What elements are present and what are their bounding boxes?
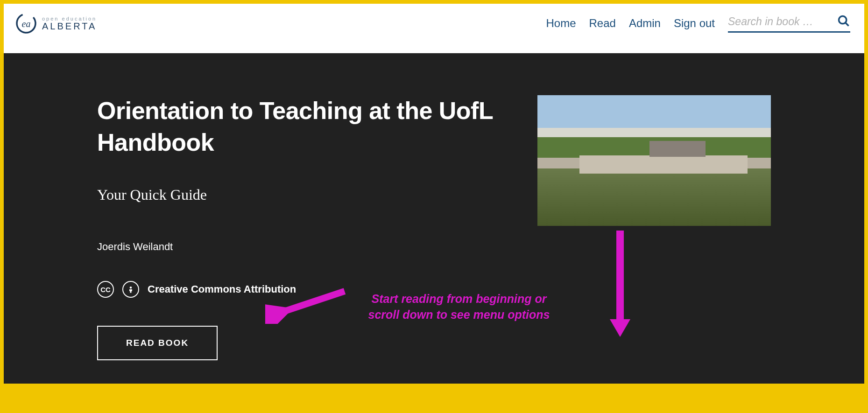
search-icon[interactable]: [837, 14, 850, 29]
search-input[interactable]: [728, 15, 831, 28]
header: ea open education ALBERTA Home Read Admi…: [4, 4, 864, 53]
nav-home[interactable]: Home: [546, 17, 576, 30]
book-subtitle: Your Quick Guide: [97, 186, 509, 203]
svg-text:ea: ea: [22, 19, 31, 29]
annotation-arrow-left-icon: [265, 287, 349, 326]
logo-title: ALBERTA: [42, 21, 97, 31]
book-title: Orientation to Teaching at the UofL Hand…: [97, 95, 509, 158]
nav-read[interactable]: Read: [589, 17, 616, 30]
nav-signout[interactable]: Sign out: [674, 17, 715, 30]
nav-admin[interactable]: Admin: [629, 17, 661, 30]
svg-line-3: [846, 22, 849, 26]
cc-icon: CC: [97, 281, 114, 298]
read-book-button[interactable]: READ BOOK: [97, 326, 218, 360]
svg-point-2: [839, 16, 847, 23]
annotation-arrow-down-icon: [606, 226, 634, 340]
book-cover-image: [537, 95, 771, 226]
search-container: [728, 14, 850, 33]
logo-icon: ea: [15, 12, 37, 35]
svg-line-5: [275, 291, 345, 315]
site-logo[interactable]: ea open education ALBERTA: [15, 12, 97, 35]
svg-point-4: [130, 287, 132, 289]
book-author: Joerdis Weilandt: [97, 241, 509, 253]
annotation-hint-text: Start reading from beginning or scroll d…: [361, 291, 557, 323]
logo-subtitle: open education: [42, 16, 97, 21]
logo-text: open education ALBERTA: [42, 16, 97, 31]
attribution-icon: [122, 281, 139, 298]
hero-section: Orientation to Teaching at the UofL Hand…: [4, 53, 864, 384]
top-nav: Home Read Admin Sign out: [546, 14, 850, 33]
